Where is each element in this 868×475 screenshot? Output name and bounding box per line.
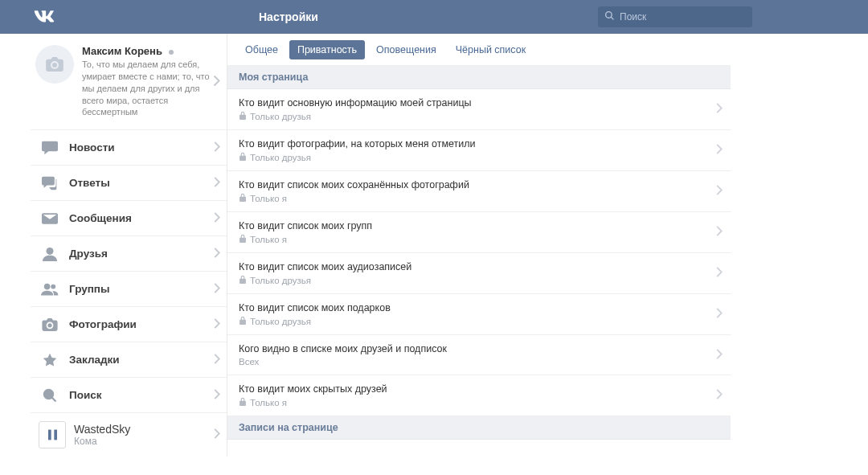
pause-button[interactable] [39,421,66,448]
setting-row[interactable]: Кто видит список моих сохранённых фотогр… [227,171,731,212]
track-title: WastedSky [74,423,219,436]
replies-icon [39,176,61,190]
tabs: Общее Приватность Оповещения Чёрный спис… [227,34,731,66]
chevron-right-icon [716,103,723,116]
svg-point-5 [44,390,53,399]
setting-row[interactable]: Кто видит список моих группТолько я [227,212,731,253]
chevron-right-icon [214,177,220,190]
sidebar: Максим Корень То, что мы делаем для себя… [0,34,227,457]
page-title: Настройки [259,10,318,23]
nav-photos[interactable]: Фотографии [31,307,227,342]
profile-name: Максим Корень [82,45,162,57]
status-dot-icon [169,50,174,55]
setting-row[interactable]: Кто видит основную информацию моей стран… [227,89,731,130]
chevron-right-icon [716,349,723,362]
lock-icon [239,316,250,326]
chevron-right-icon [214,248,220,260]
setting-value: Только я [239,234,719,244]
svg-point-0 [606,12,612,18]
nav-news[interactable]: Новости [31,130,227,166]
setting-row[interactable]: Кто видит список моих подарковТолько дру… [227,294,731,335]
chevron-right-icon [214,141,220,154]
nav-replies[interactable]: Ответы [31,166,227,201]
setting-row[interactable]: Кто видит моих скрытых друзейТолько я [227,375,731,416]
nav-label: Ответы [69,177,110,189]
setting-value: Только друзья [239,275,719,285]
chevron-right-icon [716,185,723,198]
search-icon [604,10,615,23]
svg-line-1 [611,17,613,19]
chevron-right-icon [716,267,723,280]
setting-row[interactable]: Кто видит фотографии, на которых меня от… [227,130,731,171]
tab-privacy[interactable]: Приватность [289,40,365,59]
nav-bookmarks[interactable]: Закладки [31,342,227,378]
nav-label: Группы [69,283,110,295]
camera-icon [46,57,63,72]
setting-label: Кто видит список моих подарков [239,302,719,313]
pause-icon [48,429,57,440]
messages-icon [39,213,61,224]
nav-label: Сообщения [69,212,132,224]
chevron-right-icon [716,144,723,157]
profile-desc: То, что мы делаем для себя, умирает вмес… [82,59,219,118]
svg-point-2 [47,248,54,255]
section-wall: Записи на странице [227,416,731,440]
lock-icon [239,275,250,285]
nav-messages[interactable]: Сообщения [31,201,227,236]
tab-general[interactable]: Общее [237,40,286,59]
profile-block[interactable]: Максим Корень То, что мы делаем для себя… [31,34,227,130]
track-artist: Кома [74,436,219,447]
svg-point-4 [51,284,55,289]
setting-label: Кого видно в списке моих друзей и подпис… [239,343,719,354]
setting-label: Кто видит список моих сохранённых фотогр… [239,179,719,190]
settings-content: Общее Приватность Оповещения Чёрный спис… [227,34,731,457]
chevron-right-icon [716,389,723,402]
setting-row[interactable]: Кто видит список моих аудиозаписейТолько… [227,253,731,294]
section-my-page: Моя страница [227,66,731,89]
nav-groups[interactable]: Группы [31,272,227,307]
nav-label: Закладки [69,354,120,366]
setting-label: Кто видит моих скрытых друзей [239,383,719,395]
setting-label: Кто видит список моих аудиозаписей [239,261,719,272]
nav-label: Новости [69,141,115,154]
news-icon [39,141,61,155]
photos-icon [39,318,61,331]
lock-icon [239,152,250,162]
search-icon [39,388,61,403]
nav-friends[interactable]: Друзья [31,236,227,272]
chevron-right-icon [214,389,220,402]
setting-value: Только я [239,193,719,203]
chevron-right-icon [214,354,220,366]
setting-row[interactable]: Кого видно в списке моих друзей и подпис… [227,335,731,375]
svg-line-6 [52,397,56,401]
setting-value: Только я [239,397,719,407]
nav-label: Поиск [69,389,102,401]
search-box[interactable] [598,6,752,27]
setting-label: Кто видит список моих групп [239,220,719,231]
chevron-right-icon [214,212,220,225]
tab-blacklist[interactable]: Чёрный список [448,40,534,59]
svg-rect-8 [54,430,57,440]
tab-notifications[interactable]: Оповещения [368,40,444,59]
setting-label: Кто видит основную информацию моей стран… [239,97,719,109]
vk-logo[interactable] [32,10,55,23]
lock-icon [239,397,250,407]
top-bar: Настройки [0,0,868,34]
nav-label: Фотографии [69,318,137,330]
chevron-right-icon [716,226,723,239]
lock-icon [239,193,250,203]
setting-value: Только друзья [239,111,719,121]
setting-value: Только друзья [239,152,719,162]
svg-point-3 [44,284,51,290]
search-input[interactable] [620,11,746,23]
friends-icon [39,247,61,261]
chevron-right-icon [214,428,220,441]
music-player[interactable]: WastedSky Кома [31,413,227,457]
setting-value: Всех [239,357,719,366]
nav-search[interactable]: Поиск [31,378,227,413]
groups-icon [39,283,61,296]
avatar [35,45,74,84]
setting-label: Кто видит фотографии, на которых меня от… [239,138,719,149]
setting-value: Только друзья [239,316,719,326]
lock-icon [239,111,250,121]
